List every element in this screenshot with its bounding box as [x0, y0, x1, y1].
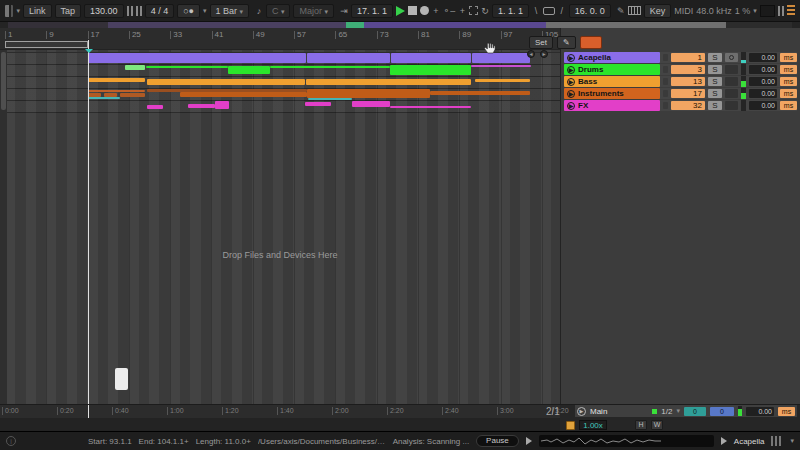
main-play-icon[interactable]: ▶	[577, 407, 586, 416]
track-activator[interactable]: 3	[671, 65, 705, 74]
next-locator-button[interactable]: ▸	[540, 50, 548, 58]
tempo-field[interactable]: 130.00	[84, 4, 124, 18]
loop-length-field[interactable]: 16. 0. 0	[569, 4, 611, 18]
track-row[interactable]: ▶Drums 3 S 0.00 ms	[564, 64, 797, 75]
track-name-block[interactable]: ▶Bass	[564, 76, 660, 87]
capture-midi-button[interactable]: ↻	[481, 4, 489, 17]
track-delay-unit[interactable]: ms	[780, 89, 797, 98]
track-solo-button[interactable]: S	[708, 65, 722, 74]
white-handle[interactable]	[115, 368, 128, 390]
track-fold-icon[interactable]: ▶	[567, 54, 575, 62]
track-arm-button[interactable]	[725, 53, 738, 62]
track-delay-value[interactable]: 0.00	[749, 77, 777, 86]
link-button[interactable]: Link	[23, 4, 52, 18]
track-fold-icon[interactable]: ▶	[567, 66, 575, 74]
arrangement-clip[interactable]	[307, 53, 390, 63]
track-solo-button[interactable]: S	[708, 77, 722, 86]
stop-button[interactable]	[408, 4, 417, 17]
track-row[interactable]: ▶FX 32 S 0.00 ms	[564, 100, 797, 111]
arrangement-clip[interactable]	[307, 89, 430, 98]
preview-caret-icon[interactable]: ▾	[790, 437, 794, 445]
nudge-up-icon[interactable]	[136, 6, 142, 16]
arrangement-clip[interactable]	[475, 79, 530, 82]
scale-mode-icon[interactable]: ♪	[255, 4, 263, 17]
groove-amount-button[interactable]: ○●	[177, 4, 200, 18]
left-scrollbar[interactable]	[0, 50, 7, 404]
record-button[interactable]	[420, 4, 429, 17]
track-name-block[interactable]: ▶FX	[564, 100, 660, 111]
draw-automation-button[interactable]: ✎	[557, 36, 576, 49]
track-name-block[interactable]: ▶Acapella	[564, 52, 660, 63]
track-delay-unit[interactable]: ms	[780, 65, 797, 74]
arrangement-clip[interactable]	[390, 65, 471, 75]
track-solo-button[interactable]: S	[708, 101, 722, 110]
arrangement-clip[interactable]	[88, 90, 145, 92]
main-track-row[interactable]: ▶ Main 1/2 ▾ 0 0 0.00 ms	[575, 405, 797, 417]
track-solo-button[interactable]: S	[708, 53, 722, 62]
window-layout-icon[interactable]	[5, 5, 13, 17]
window-layout-caret-icon[interactable]: ▾	[16, 7, 20, 15]
set-locator-button[interactable]: Set	[529, 36, 553, 49]
zoom-height-button[interactable]: H	[635, 420, 647, 430]
arrangement-clip[interactable]	[188, 104, 215, 108]
midi-map-label[interactable]: MIDI	[674, 6, 693, 16]
draw-mode-button[interactable]: ✎	[617, 4, 625, 17]
main-quantize-value[interactable]: 1/2	[661, 407, 672, 416]
beat-time-ruler[interactable]: 191725334149576573818997105	[0, 28, 560, 50]
cpu-caret-icon[interactable]: ▾	[753, 7, 757, 15]
play-button[interactable]	[396, 4, 405, 17]
info-icon[interactable]: i	[6, 436, 16, 446]
key-map-button[interactable]: Key	[644, 4, 672, 18]
track-delay-value[interactable]: 0.00	[749, 89, 777, 98]
computer-midi-keyboard-button[interactable]	[628, 4, 641, 17]
previous-locator-button[interactable]: ◂	[527, 50, 535, 58]
track-solo-button[interactable]: S	[708, 89, 722, 98]
track-activator[interactable]: 13	[671, 77, 705, 86]
preview-play-icon[interactable]	[526, 437, 532, 445]
arrangement-position-field[interactable]: 17. 1. 1	[351, 4, 393, 18]
track-delay-value[interactable]: 0.00	[749, 65, 777, 74]
main-volume-value[interactable]: 0	[710, 407, 734, 416]
punch-out-button[interactable]: /	[558, 4, 566, 17]
menu-icon[interactable]	[787, 5, 795, 16]
track-row[interactable]: ▶Acapella 1 S 0.00 ms	[564, 52, 797, 63]
groove-caret-icon[interactable]: ▾	[203, 7, 207, 15]
track-delay-unit[interactable]: ms	[780, 77, 797, 86]
track-activator[interactable]: 17	[671, 89, 705, 98]
loop-switch[interactable]	[543, 4, 555, 17]
automation-arm-button[interactable]: ⚬‒	[443, 4, 456, 17]
track-fold-icon[interactable]: ▶	[567, 102, 575, 110]
track-row[interactable]: ▶Bass 13 S 0.00 ms	[564, 76, 797, 87]
loop-brace[interactable]	[5, 41, 88, 48]
scale-root-select[interactable]: C ▾	[266, 4, 291, 18]
overdub-button[interactable]: +	[432, 4, 440, 17]
main-delay-unit[interactable]: ms	[778, 407, 795, 416]
arrangement-clip[interactable]	[120, 93, 145, 97]
arrangement-clip[interactable]	[146, 66, 228, 68]
arrangement-clip[interactable]	[88, 53, 306, 63]
punch-in-button[interactable]: \	[532, 4, 540, 17]
follow-behavior-icon[interactable]	[566, 421, 575, 430]
arrangement-clip[interactable]	[180, 92, 307, 97]
arrangement-clip[interactable]	[147, 79, 305, 85]
arrangement-clip[interactable]	[228, 66, 270, 74]
arrangement-clip[interactable]	[215, 101, 229, 109]
track-fold-icon[interactable]: ▶	[567, 78, 575, 86]
track-activator[interactable]: 32	[671, 101, 705, 110]
scale-name-select[interactable]: Major ▾	[293, 4, 334, 18]
track-delay-value[interactable]: 0.00	[749, 53, 777, 62]
arrangement-clip[interactable]	[472, 53, 530, 63]
arrangement-clip[interactable]	[88, 97, 120, 99]
tap-tempo-button[interactable]: Tap	[55, 4, 82, 18]
arrangement-clip[interactable]	[352, 101, 390, 107]
preview-track-play-icon[interactable]	[721, 437, 727, 445]
horizontal-scrollbar[interactable]	[0, 418, 560, 432]
track-name-block[interactable]: ▶Instruments	[564, 88, 660, 99]
cpu-load-value[interactable]: 1 %	[735, 6, 751, 16]
track-delay-value[interactable]: 0.00	[749, 101, 777, 110]
main-quantize-caret-icon[interactable]: ▾	[676, 407, 680, 415]
follow-button[interactable]: ⇥	[340, 4, 348, 17]
time-signature-field[interactable]: 4 / 4	[145, 4, 175, 18]
arrangement-clip[interactable]	[88, 78, 145, 82]
playback-speed-value[interactable]: 1.00x	[579, 420, 607, 430]
